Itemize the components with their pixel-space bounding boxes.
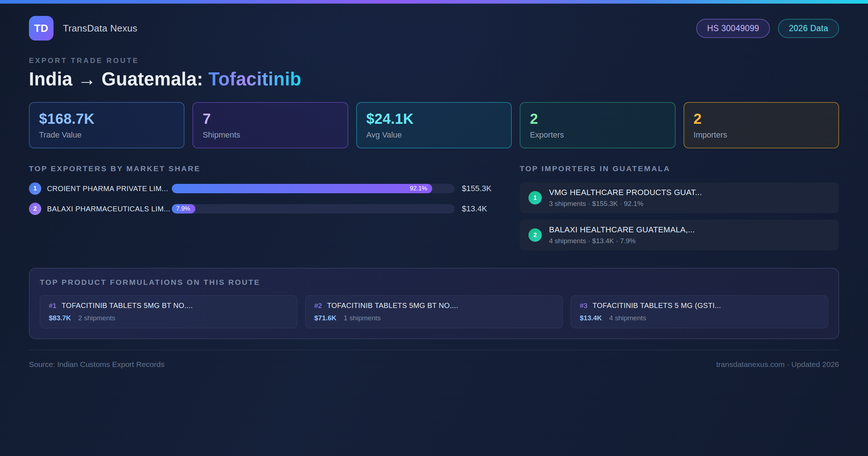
stat-value: $24.1K	[366, 111, 502, 127]
market-share-bar-track: 7.9%	[172, 204, 455, 214]
product-name: Tofacitinib	[208, 69, 301, 89]
market-share-bar-track: 92.1%	[172, 184, 455, 193]
formulation-rank: #1	[49, 302, 56, 310]
importer-name: VMG HEALTHCARE PRODUCTS GUAT...	[549, 188, 702, 197]
exporter-value: $13.4K	[462, 204, 498, 214]
importer-meta: 3 shipments · $155.3K · 92.1%	[549, 200, 702, 208]
formulations-section-title: TOP PRODUCT FORMULATIONS ON THIS ROUTE	[40, 278, 828, 287]
formulation-value: $83.7K	[49, 314, 71, 322]
formulation-cards-row: #1 TOFACITINIB TABLETS 5MG BT NO.... $83…	[40, 295, 828, 328]
page-container: TD TransData Nexus HS 30049099 2026 Data…	[0, 4, 868, 369]
exporters-section: TOP EXPORTERS BY MARKET SHARE 1 CROIENT …	[29, 164, 498, 257]
importer-info: BALAXI HEALTHCARE GUATEMALA,... 4 shipme…	[549, 225, 695, 245]
share-percent-label: 92.1%	[405, 185, 427, 192]
share-percent-label: 7.9%	[172, 205, 190, 212]
formulation-card: #3 TOFACITINIB TABLETS 5 MG (GSTI... $13…	[571, 295, 828, 328]
two-column-section: TOP EXPORTERS BY MARKET SHARE 1 CROIENT …	[29, 164, 839, 257]
brand-logo-text: TD	[34, 22, 48, 34]
formulations-panel: TOP PRODUCT FORMULATIONS ON THIS ROUTE #…	[29, 268, 839, 339]
formulation-shipments: 2 shipments	[78, 314, 115, 322]
importer-card: 2 BALAXI HEALTHCARE GUATEMALA,... 4 ship…	[520, 220, 839, 250]
stat-label: Exporters	[530, 130, 665, 140]
formulation-title-line: #3 TOFACITINIB TABLETS 5 MG (GSTI...	[580, 301, 819, 310]
formulation-title-line: #1 TOFACITINIB TABLETS 5MG BT NO....	[49, 301, 288, 310]
market-share-bar-fill: 92.1%	[172, 184, 432, 193]
formulation-value: $13.4K	[580, 314, 602, 322]
exporter-row: 2 BALAXI PHARMACEUTICALS LIM... 7.9% $13…	[29, 203, 498, 215]
importer-name: BALAXI HEALTHCARE GUATEMALA,...	[549, 225, 695, 235]
header: TD TransData Nexus HS 30049099 2026 Data	[29, 4, 839, 41]
stat-value: 7	[203, 111, 338, 127]
exporters-section-title: TOP EXPORTERS BY MARKET SHARE	[29, 164, 498, 173]
exporter-rank-badge: 2	[29, 203, 41, 215]
formulation-card: #2 TOFACITINIB TABLETS 5MG BT NO.... $71…	[305, 295, 563, 328]
importer-meta: 4 shipments · $13.4K · 7.9%	[549, 237, 695, 245]
stat-cards-row: $168.7K Trade Value 7 Shipments $24.1K A…	[29, 102, 839, 148]
formulation-card: #1 TOFACITINIB TABLETS 5MG BT NO.... $83…	[40, 295, 297, 328]
header-badges: HS 30049099 2026 Data	[696, 19, 839, 38]
formulation-shipments: 1 shipments	[344, 314, 380, 322]
page-title: India → Guatemala: Tofacitinib	[29, 68, 839, 90]
hs-code-badge[interactable]: HS 30049099	[696, 19, 770, 38]
formulation-rank: #3	[580, 302, 587, 310]
exporter-name: BALAXI PHARMACEUTICALS LIM...	[47, 205, 172, 213]
brand-name: TransData Nexus	[63, 23, 137, 34]
stat-card-exporters: 2 Exporters	[520, 102, 675, 148]
formulation-name: TOFACITINIB TABLETS 5MG BT NO....	[61, 301, 193, 310]
footer-site: transdatanexus.com · Updated 2026	[716, 360, 839, 369]
market-share-bar-fill: 7.9%	[172, 204, 195, 214]
stat-card-shipments: 7 Shipments	[192, 102, 348, 148]
stat-label: Avg Value	[366, 130, 502, 140]
year-data-badge[interactable]: 2026 Data	[778, 19, 839, 38]
exporter-value: $155.3K	[462, 184, 498, 193]
formulation-stats-line: $83.7K 2 shipments	[49, 314, 288, 322]
stat-value: $168.7K	[39, 111, 174, 127]
formulation-name: TOFACITINIB TABLETS 5MG BT NO....	[327, 301, 458, 310]
stat-label: Shipments	[203, 130, 338, 140]
formulation-stats-line: $71.6K 1 shipments	[314, 314, 554, 322]
importer-card: 1 VMG HEALTHCARE PRODUCTS GUAT... 3 ship…	[520, 182, 839, 213]
stat-card-importers: 2 Importers	[684, 102, 839, 148]
formulation-value: $71.6K	[314, 314, 336, 322]
stat-value: 2	[694, 111, 829, 127]
route-title: India → Guatemala:	[29, 69, 208, 89]
exporter-row: 1 CROIENT PHARMA PRIVATE LIM... 92.1% $1…	[29, 182, 498, 195]
stat-value: 2	[530, 111, 665, 127]
brand: TD TransData Nexus	[29, 16, 137, 41]
importers-section-title: TOP IMPORTERS IN GUATEMALA	[520, 164, 839, 173]
top-accent-bar	[0, 0, 868, 4]
importer-rank-badge: 2	[528, 228, 542, 242]
formulation-rank: #2	[314, 302, 322, 310]
importers-section: TOP IMPORTERS IN GUATEMALA 1 VMG HEALTHC…	[520, 164, 839, 257]
formulation-name: TOFACITINIB TABLETS 5 MG (GSTI...	[592, 301, 721, 310]
brand-logo: TD	[29, 16, 54, 41]
footer-source: Source: Indian Customs Export Records	[29, 360, 165, 369]
formulation-stats-line: $13.4K 4 shipments	[580, 314, 819, 322]
stat-label: Trade Value	[39, 130, 174, 140]
eyebrow-label: EXPORT TRADE ROUTE	[29, 56, 839, 65]
stat-label: Importers	[694, 130, 829, 140]
importer-info: VMG HEALTHCARE PRODUCTS GUAT... 3 shipme…	[549, 188, 702, 208]
stat-card-avg-value: $24.1K Avg Value	[356, 102, 512, 148]
importer-rank-badge: 1	[528, 191, 542, 204]
formulation-shipments: 4 shipments	[609, 314, 646, 322]
footer: Source: Indian Customs Export Records tr…	[29, 350, 839, 369]
formulation-title-line: #2 TOFACITINIB TABLETS 5MG BT NO....	[314, 301, 554, 310]
exporter-rank-badge: 1	[29, 182, 41, 195]
stat-card-trade-value: $168.7K Trade Value	[29, 102, 184, 148]
exporter-name: CROIENT PHARMA PRIVATE LIM...	[47, 185, 172, 193]
